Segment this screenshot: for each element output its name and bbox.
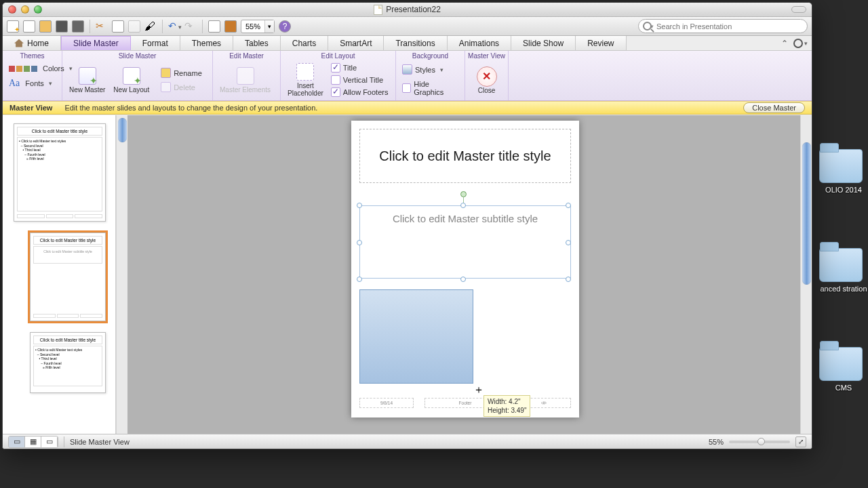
close-master-button[interactable]: Close Master [743,102,805,113]
tab-slide-show[interactable]: Slide Show [511,36,576,50]
ribbon-tabs: Home Slide Master Format Themes Tables C… [3,36,812,51]
new-slide-icon[interactable] [208,20,220,33]
tab-animations[interactable]: Animations [448,36,511,50]
paste-icon[interactable] [128,20,140,33]
slide: Click to edit Master title style Click t… [351,121,579,418]
allow-footers-checkbox[interactable]: Allow Footers [329,87,391,98]
sorter-view-button[interactable]: ▦ [25,436,41,447]
window-toolbar-toggle[interactable] [791,6,806,13]
group-title-themes: Themes [3,51,62,60]
normal-view-button[interactable]: ▭ [9,436,25,447]
thumbnail-pane[interactable]: Click to edit Master title style • Click… [3,115,116,434]
window-minimize-button[interactable] [21,5,29,14]
theme-fonts-dropdown[interactable]: AaFonts [7,77,54,89]
rotation-handle[interactable] [460,191,467,197]
slide-canvas[interactable]: Click to edit Master title style Click t… [127,115,812,434]
search-box[interactable]: ▾ [638,19,808,33]
resize-handle[interactable] [566,240,571,245]
tab-transitions[interactable]: Transitions [384,36,447,50]
close-icon: ✕ [477,66,497,87]
new-file-icon[interactable]: ✦ [7,20,19,33]
master-thumbnail[interactable]: Click to edit Master title style • Click… [14,123,106,222]
format-painter-icon[interactable]: 🖌 [144,20,157,33]
hide-graphics-checkbox[interactable]: Hide Graphics [400,79,460,97]
subtitle-placeholder[interactable]: Click to edit Master subtitle style [359,205,571,279]
new-master-button[interactable]: ✦New Master [66,66,108,95]
resize-handle[interactable] [460,277,466,282]
group-title-edit-master: Edit Master [213,51,280,60]
slideshow-view-button[interactable]: ▭ [41,436,58,447]
redo-icon[interactable]: ↷ [184,20,197,33]
copy-icon[interactable] [112,20,124,33]
folder-label: OLIO 2014 [819,186,868,194]
zoom-slider-thumb[interactable] [757,438,765,445]
background-styles-dropdown[interactable]: Styles [400,64,446,75]
title-checkbox[interactable]: Title [329,62,391,73]
resize-handle[interactable] [566,203,571,208]
status-zoom-value: 55% [709,438,724,446]
folder-label: anced stration [819,285,868,293]
tab-smartart[interactable]: SmartArt [328,36,384,50]
title-placeholder[interactable]: Click to edit Master title style [359,129,571,183]
zoom-slider[interactable] [729,441,790,443]
insert-placeholder-button[interactable]: Insert Placeholder [285,62,326,98]
close-master-view-button[interactable]: ✕Close [474,65,500,96]
rename-button[interactable]: Rename [159,67,204,79]
workspace: Click to edit Master title style • Click… [3,115,812,434]
fit-to-window-button[interactable]: ⤢ [795,436,806,447]
resize-handle[interactable] [357,203,362,208]
group-title-master-view: Master View [465,51,508,60]
desktop-folder[interactable]: OLIO 2014 [819,149,868,194]
tab-charts[interactable]: Charts [281,36,328,50]
save-icon[interactable] [56,20,68,33]
group-title-background: Background [396,51,465,60]
tab-format[interactable]: Format [131,36,180,50]
resize-handle[interactable] [566,277,571,282]
collapse-ribbon-icon[interactable]: ⌃ [781,39,788,48]
open-icon[interactable] [39,20,52,33]
search-icon [643,22,652,30]
folder-label: CMS [819,384,868,392]
group-title-slide-master: Slide Master [62,51,212,60]
size-tooltip: Width: 4.2" Height: 3.49" [484,395,530,417]
crosshair-cursor: ＋ [473,383,484,397]
resize-handle[interactable] [357,240,362,245]
canvas-scrollbar[interactable] [800,115,812,434]
resize-handle[interactable] [460,203,466,208]
ribbon: Themes Colors AaFonts Slide Master ✦New … [3,51,812,101]
date-placeholder[interactable]: 9/8/14 [359,398,414,408]
layout-thumbnail-selected[interactable]: Click to edit Master title style Click t… [30,232,106,321]
window-title: Presentation22 [386,5,441,14]
infobar-label: Master View [9,104,52,112]
help-icon[interactable]: ? [279,20,291,33]
tab-themes[interactable]: Themes [180,36,233,50]
zoom-value: 55% [241,22,264,30]
print-icon[interactable] [72,20,84,33]
quick-access-toolbar: ✦ ✂ 🖌 ↶ ↷ 55%▾ ? ▾ [3,17,812,36]
layout-thumbnail[interactable]: Click to edit Master title style • Click… [30,332,106,393]
slideshow-icon[interactable] [224,20,237,33]
thumbnail-scrollbar[interactable] [116,115,127,434]
zoom-dropdown[interactable]: 55%▾ [241,20,275,33]
cut-icon[interactable]: ✂ [96,20,108,33]
tab-review[interactable]: Review [576,36,626,50]
vertical-title-checkbox[interactable]: Vertical Title [329,75,391,85]
undo-icon[interactable]: ↶ [168,20,180,33]
search-input[interactable] [656,22,803,30]
master-view-infobar: Master View Edit the master slides and l… [3,101,812,115]
window-zoom-button[interactable] [34,5,42,14]
document-icon [374,5,382,15]
status-mode: Slide Master View [70,438,130,446]
new-from-template-icon[interactable] [23,20,35,33]
group-title-edit-layout: Edit Layout [281,51,395,60]
window-close-button[interactable] [8,5,16,14]
tab-tables[interactable]: Tables [233,36,281,50]
desktop-folder[interactable]: CMS [819,347,868,392]
settings-icon[interactable] [793,39,803,48]
desktop-folder[interactable]: anced stration [819,248,868,293]
drawn-rectangle[interactable] [359,289,473,384]
new-layout-button[interactable]: ✦New Layout [111,66,152,95]
tab-slide-master[interactable]: Slide Master [61,36,131,50]
tab-home[interactable]: Home [3,36,61,50]
resize-handle[interactable] [357,277,362,282]
